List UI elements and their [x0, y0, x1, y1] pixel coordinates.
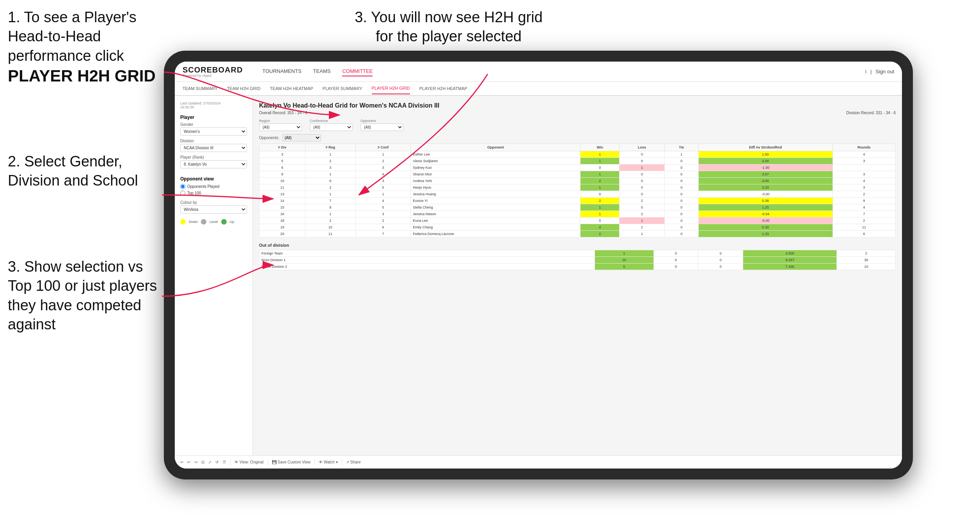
cell-diff: 1.50	[698, 151, 833, 158]
cell-diff: 1.33	[698, 231, 833, 237]
cell-opponent: Heejo Hyun	[411, 184, 581, 191]
cell-loss: 1	[619, 224, 664, 231]
cell-reg: 6	[305, 178, 355, 184]
colour-select[interactable]: Win/loss	[180, 205, 247, 214]
col-div: # Div	[259, 144, 305, 151]
nav-tournaments[interactable]: TOURNAMENTS	[262, 67, 301, 76]
cell-conf: 3	[355, 164, 410, 171]
gender-label: Gender	[180, 122, 247, 127]
nav-committee[interactable]: COMMITTEE	[342, 67, 373, 76]
ood-table-row: Foreign Team 1 0 0 4.500 2	[259, 250, 896, 257]
records-row: Overall Record: 353 - 34 - 6 Division Re…	[259, 111, 896, 115]
nav-teams[interactable]: TEAMS	[313, 67, 331, 76]
instruction-step1: 1. To see a Player's Head-to-Head perfor…	[8, 8, 156, 87]
filter-row: Region (All) Conference (All) Opponent	[259, 119, 896, 131]
subnav-team-h2h-heatmap[interactable]: TEAM H2H HEATMAP	[270, 83, 313, 94]
col-opponent: Opponent	[411, 144, 581, 151]
cell-tie: 0	[665, 204, 698, 211]
player-rank-select[interactable]: 8. Katelyn Vo	[180, 160, 247, 168]
share-btn[interactable]: ↗ Share	[346, 460, 361, 464]
cell-rounds	[833, 164, 895, 171]
subnav-player-h2h-grid[interactable]: PLAYER H2H GRID	[372, 83, 410, 94]
undo2-btn[interactable]: ↩	[187, 460, 190, 464]
nav-separator: |	[870, 69, 872, 74]
save-custom-btn[interactable]: 💾 Save Custom View	[272, 460, 311, 464]
opponent-view-options: Opponents Played Top 100	[180, 184, 247, 196]
cell-rounds: 4	[833, 178, 895, 184]
undo-btn[interactable]: ↩	[180, 460, 183, 464]
ood-win: 15	[595, 257, 653, 264]
cell-diff: 0.30	[698, 224, 833, 231]
subnav-player-summary[interactable]: PLAYER SUMMARY	[323, 83, 362, 94]
conference-select[interactable]: (All)	[310, 124, 353, 131]
cell-conf: 2	[355, 158, 410, 164]
cell-reg: 1	[305, 211, 355, 218]
table-row: 11 2 5 Heejo Hyun 1 0 0 3.33 3	[259, 184, 896, 191]
region-select[interactable]: (All)	[259, 124, 302, 131]
cell-loss: 0	[619, 204, 664, 211]
cell-tie: 0	[665, 231, 698, 237]
cell-rounds: 2	[833, 191, 895, 198]
clock-btn[interactable]: ⏱	[222, 460, 226, 464]
redo-btn[interactable]: ↪	[194, 460, 197, 464]
cell-div: 16	[259, 211, 305, 218]
view-original-btn[interactable]: 👁 View: Original	[234, 460, 264, 464]
sign-out-btn[interactable]: Sign out	[875, 69, 894, 74]
cell-opponent: Andrea York	[411, 178, 581, 184]
division-select[interactable]: NCAA Division III NCAA Division I NCAA D…	[180, 144, 247, 152]
cell-win: 2	[581, 198, 619, 204]
crop-btn[interactable]: ⊡	[201, 460, 204, 464]
nav-info-icon: i	[865, 69, 866, 74]
subnav-team-summary[interactable]: TEAM SUMMARY	[183, 83, 218, 94]
opponents-filter-select[interactable]: (All)	[282, 134, 321, 141]
cell-tie: 0	[665, 171, 698, 178]
cell-reg: 2	[305, 218, 355, 224]
cell-opponent: Stella Cheng	[411, 204, 581, 211]
tablet-frame: SCOREBOARD Powered by clippd TOURNAMENTS…	[164, 51, 913, 479]
region-filter: Region (All)	[259, 119, 302, 131]
cell-conf: 1	[355, 191, 410, 198]
cell-conf: 6	[355, 224, 410, 231]
col-loss: Loss	[619, 144, 664, 151]
instruction-step2: 2. Select Gender, Division and School	[8, 152, 152, 191]
timestamp: Last Updated: 27/03/2024 16:55:38	[180, 101, 247, 109]
cell-opponent: Eunice Yi	[411, 198, 581, 204]
cell-div: 3	[259, 151, 305, 158]
cell-div: 11	[259, 184, 305, 191]
cell-rounds: 3	[833, 158, 895, 164]
cell-opponent: Esther Lee	[411, 151, 581, 158]
toolbar-divider3	[314, 459, 315, 465]
opponent-select[interactable]: (All)	[360, 124, 403, 131]
cell-reg: 11	[305, 231, 355, 237]
subnav-team-h2h-grid[interactable]: TEAM H2H GRID	[227, 83, 261, 94]
cell-div: 15	[259, 204, 305, 211]
col-tie: Tie	[665, 144, 698, 151]
col-conf: # Conf	[355, 144, 410, 151]
opponents-label-row: Opponents: (All)	[259, 134, 896, 141]
cell-conf: 4	[355, 198, 410, 204]
cell-rounds: 4	[833, 204, 895, 211]
division-label: Division	[180, 139, 247, 143]
radio-top100[interactable]: Top 100	[180, 191, 247, 196]
radio-opponents-played[interactable]: Opponents Played	[180, 184, 247, 189]
cell-win: 0	[581, 164, 619, 171]
subnav-player-h2h-heatmap[interactable]: PLAYER H2H HEATMAP	[419, 83, 467, 94]
grid-table: # Div # Reg # Conf Opponent Win Loss Tie…	[259, 143, 896, 237]
ood-table-row: NCAA Division 2 5 0 0 7.400 10	[259, 264, 896, 270]
rotate-btn[interactable]: ↺	[215, 460, 218, 464]
ood-name: NAIA Division 1	[259, 257, 595, 264]
table-row: 15 8 5 Stella Cheng 1 0 0 1.25 4	[259, 204, 896, 211]
move-btn[interactable]: ⤢	[208, 460, 211, 464]
cell-diff: 3.33	[698, 184, 833, 191]
cell-loss: 0	[619, 191, 664, 198]
cell-diff: 4.00	[698, 158, 833, 164]
player-section-title: Player	[180, 115, 247, 120]
watch-btn[interactable]: 👁 Watch ▾	[319, 460, 338, 464]
nav-right: i | Sign out	[865, 69, 894, 74]
gender-select[interactable]: Women's Men's	[180, 127, 247, 136]
cell-opponent: Sydney Kuo	[411, 164, 581, 171]
col-reg: # Reg	[305, 144, 355, 151]
division-record: Division Record: 331 - 34 - 6	[846, 111, 896, 115]
cell-tie: 0	[665, 218, 698, 224]
cell-rounds: 3	[833, 184, 895, 191]
